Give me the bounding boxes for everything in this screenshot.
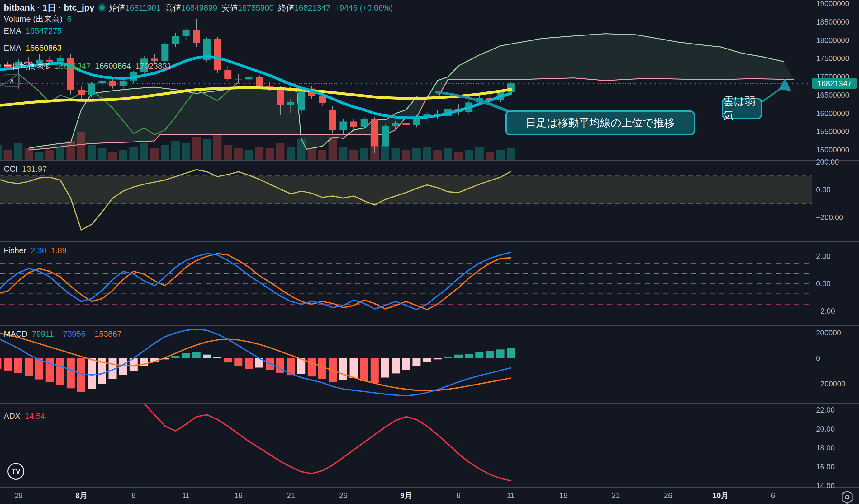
main-axis-tick: 16500000 xyxy=(816,91,849,99)
low-label: 安値 xyxy=(222,3,238,13)
time-axis-tick: 16 xyxy=(234,491,243,500)
macd-axis-tick: −200000 xyxy=(816,380,845,388)
time-axis-tick: 6 xyxy=(456,491,460,500)
adx-axis-tick: 18.00 xyxy=(816,444,835,452)
high-label: 高値 xyxy=(165,3,181,13)
cci-band xyxy=(0,176,812,203)
time-axis-tick: 26 xyxy=(14,491,23,500)
adx-legend[interactable]: ADX14.54 xyxy=(4,411,45,421)
annotation-callout-cloud[interactable]: 雲は弱気 xyxy=(722,98,762,119)
macd-hist-value: 79911 xyxy=(32,329,54,338)
volume-bars xyxy=(0,131,515,160)
symbol-title[interactable]: bitbank · 1日 · btc_jpy xyxy=(4,3,94,13)
main-axis-tick: 15000000 xyxy=(816,146,849,154)
ema-slow-label: EMA xyxy=(4,43,21,52)
time-axis-tick: 21 xyxy=(287,491,295,500)
main-axis-tick: 19000000 xyxy=(816,0,849,8)
cci-value: 131.97 xyxy=(22,164,47,174)
time-axis-tick: 26 xyxy=(339,491,348,500)
time-axis-tick: 11 xyxy=(182,491,190,500)
fisher-line xyxy=(0,252,511,310)
low-value: 16785900 xyxy=(238,3,274,13)
change-value: +9446 (+0.06%) xyxy=(335,3,393,13)
ichimoku-label: 一目均衡表® xyxy=(4,61,50,70)
fisher-legend[interactable]: Fisher2.301.89 xyxy=(4,246,66,255)
fisher-pane-layers xyxy=(0,252,812,310)
time-axis-tick: 9月 xyxy=(400,491,412,501)
adx-axis-tick: 20.00 xyxy=(816,425,835,434)
chart-canvas[interactable] xyxy=(0,0,859,504)
time-axis-tick: 10月 xyxy=(713,491,728,501)
macd-label: MACD xyxy=(4,329,28,338)
cci-label: CCI xyxy=(4,164,18,174)
macd-signal-value: −153867 xyxy=(90,329,121,338)
ema-fast-legend[interactable]: EMA16547275 xyxy=(4,26,62,36)
adx-pane-layers xyxy=(144,404,511,481)
main-axis-tick: 16000000 xyxy=(816,109,849,118)
annotation-callout-ma-text: 日足は移動平均線の上位で推移 xyxy=(526,116,675,130)
tradingview-logo[interactable]: TV xyxy=(7,463,24,480)
ema-slow-value: 16660863 xyxy=(26,43,62,52)
open-value: 16811901 xyxy=(125,3,161,13)
ema-fast-label: EMA xyxy=(4,26,21,35)
collapse-panel-button[interactable]: ∧ xyxy=(4,74,20,87)
macd-line-value: −73956 xyxy=(58,329,85,338)
close-value: 16821347 xyxy=(294,3,330,13)
fisher-axis-tick: 2.00 xyxy=(816,252,831,261)
macd-legend[interactable]: MACD79911−73956−153867 xyxy=(4,329,121,339)
time-axis-tick: 16 xyxy=(559,491,568,500)
fisher-trigger-value: 1.89 xyxy=(51,246,67,255)
cci-axis-tick: −200.00 xyxy=(816,213,843,222)
fisher-value: 2.30 xyxy=(31,246,46,255)
chevron-up-icon: ∧ xyxy=(9,76,15,85)
high-value: 16849899 xyxy=(181,3,217,13)
time-axis-tick: 11 xyxy=(507,491,515,500)
adx-axis-tick: 22.00 xyxy=(816,406,835,414)
ichimoku-value-1: 16821347 xyxy=(55,61,91,70)
annotation-callout-cloud-text: 雲は弱気 xyxy=(723,94,760,123)
adx-axis-tick: 16.00 xyxy=(816,462,835,471)
ichimoku-value-3: 17023831 xyxy=(135,61,171,70)
cci-axis-tick: 200.00 xyxy=(816,158,839,167)
time-axis-tick: 6 xyxy=(771,491,775,500)
fisher-axis-tick: 0.00 xyxy=(816,279,831,288)
macd-axis-tick: 0 xyxy=(816,354,820,363)
main-axis-tick: 15500000 xyxy=(816,127,849,136)
ichimoku-value-2: 16600864 xyxy=(95,61,131,70)
symbol-header[interactable]: bitbank · 1日 · btc_jpy始値16811901高値168498… xyxy=(4,2,393,14)
main-axis-tick: 17500000 xyxy=(816,54,849,63)
time-axis-tick: 21 xyxy=(612,491,620,500)
close-label: 終値 xyxy=(278,3,294,13)
ema-slow-legend[interactable]: EMA16660863 xyxy=(4,43,62,53)
volume-value: 6 xyxy=(67,14,71,23)
adx-line xyxy=(144,404,511,481)
volume-legend[interactable]: Volume (出来高)6 xyxy=(4,14,72,25)
market-status-dot xyxy=(99,5,105,10)
cci-pane-layers xyxy=(0,170,812,230)
macd-axis-tick: 200000 xyxy=(816,329,841,337)
time-axis-tick: 8月 xyxy=(75,491,87,501)
main-axis-tick: 18000000 xyxy=(816,36,849,45)
main-axis-tick: 18500000 xyxy=(816,18,849,27)
open-label: 始値 xyxy=(109,3,125,13)
fisher-axis-tick: −2.00 xyxy=(816,307,835,315)
cci-axis-tick: 0.00 xyxy=(816,185,831,194)
time-axis-tick: 6 xyxy=(132,491,135,500)
trading-chart-app: bitbank · 1日 · btc_jpy始値16811901高値168498… xyxy=(0,0,859,504)
adx-axis-tick: 14.00 xyxy=(816,482,835,490)
adx-value: 14.54 xyxy=(25,411,45,421)
adx-label: ADX xyxy=(4,411,20,421)
last-price-label: 16821347 xyxy=(812,78,857,89)
volume-label: Volume (出来高) xyxy=(4,14,63,23)
time-axis-tick: 26 xyxy=(664,491,673,500)
fisher-trigger-line xyxy=(0,254,511,310)
axis-settings-icon[interactable] xyxy=(841,490,854,504)
fisher-label: Fisher xyxy=(4,246,26,255)
cci-legend[interactable]: CCI131.97 xyxy=(4,164,47,174)
ichimoku-legend[interactable]: 一目均衡表®168213471660086417023831 xyxy=(4,61,171,72)
macd-pane-layers xyxy=(0,329,515,396)
annotation-callout-ma[interactable]: 日足は移動平均線の上位で推移 xyxy=(506,110,695,135)
main-pane-layers xyxy=(0,19,812,160)
ema-fast-value: 16547275 xyxy=(26,26,62,35)
